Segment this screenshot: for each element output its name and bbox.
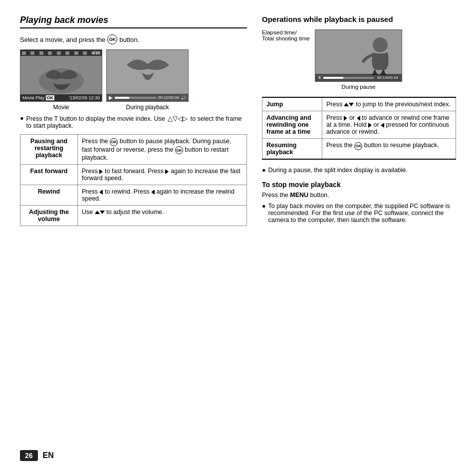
tri-down (349, 103, 354, 106)
images-row: 4/30 Movie Play OK '13/02/26 12 (20, 49, 247, 111)
menu-bold: MENU (290, 192, 308, 199)
tri-left (357, 116, 360, 121)
ok-icon-inline: OK (110, 138, 118, 146)
film-notch (48, 51, 52, 55)
ops-paused-title: Operations while playback is paused (262, 15, 456, 23)
table-term: Jump (262, 97, 322, 111)
ok-button-icon: OK (107, 34, 117, 44)
movie-image-box: 4/30 Movie Play OK '13/02/26 12 (20, 49, 102, 111)
pause-fill (323, 77, 343, 79)
table-row: Resuming playback Press the OK button to… (262, 139, 456, 160)
table-term: Pausing and restarting playback (20, 135, 78, 165)
table-row: Rewind Press to rewind. Press again to i… (20, 185, 247, 206)
table-desc: Press to rewind. Press again to increase… (78, 185, 247, 206)
paused-visual: Elapsed time/ Total shooting time (262, 29, 456, 90)
table-desc: Press the OK button to resume playback. (322, 139, 456, 160)
pause-progress-track (323, 77, 374, 79)
right-column: Operations while playback is paused Elap… (262, 15, 456, 446)
movie-image: 4/30 Movie Play OK '13/02/26 12 (20, 49, 102, 102)
table-term: Fast forward (20, 165, 78, 185)
term-label: Fast forward (30, 168, 67, 175)
pause-progress-bar: ⏸ 00:14/00:34 (315, 74, 402, 81)
play-icon: ▶ (109, 95, 113, 100)
table-desc: Press the OK button to pause playback. D… (78, 135, 247, 165)
film-notch (65, 51, 69, 55)
term-label: Rewind (38, 188, 60, 195)
page-number: 26 (20, 450, 38, 461)
table-term: Resuming playback (262, 139, 322, 160)
pause-icon: ⏸ (317, 75, 321, 80)
intro-suffix: button. (119, 36, 139, 43)
term-label: Pausing and restarting playback (30, 138, 67, 159)
bullet-icon: ● (262, 167, 266, 174)
during-pause-label: During pause (341, 84, 375, 90)
tri-left2 (151, 190, 155, 195)
bullet-note-text: During a pause, the split index display … (268, 167, 408, 174)
stop-text: Press the MENU button. (262, 192, 456, 199)
page: Playing back movies Select a movie, and … (0, 0, 476, 476)
stop-playback-title: To stop movie playback (262, 181, 456, 189)
paused-thumbnail-svg (315, 30, 402, 77)
bullet-icon: ● (262, 203, 266, 224)
tri-right2 (165, 168, 169, 175)
volume-icon: 🔊 (181, 95, 186, 100)
tri-up (344, 103, 349, 106)
svg-rect-3 (107, 50, 189, 96)
movie-index: 4/30 (91, 50, 100, 55)
progress-fill (115, 97, 129, 99)
film-notch (83, 51, 87, 55)
svg-point-5 (373, 37, 388, 52)
table-term: Adjusting the volume (20, 206, 78, 226)
intro-label: Select a movie, and press the (20, 36, 105, 43)
table-desc: Press to fast forward. Press again to in… (78, 165, 247, 185)
pause-time-badge: 00:14/00:34 (376, 75, 400, 80)
tri-right2 (368, 123, 372, 128)
table-row: Jump Press to jump to the previous/next … (262, 97, 456, 111)
paused-img-container: ⏸ 00:14/00:34 During pause (315, 29, 402, 90)
table-desc: Press or to advance or rewind one frame … (322, 111, 456, 139)
bullet-text-1: ● Press the T button to display the movi… (20, 115, 247, 129)
tri-right (344, 116, 347, 121)
table-desc: Use to adjust the volume. (78, 206, 247, 226)
film-notch (57, 51, 61, 55)
film-notch (30, 51, 34, 55)
movie-image-label: Movie (53, 104, 69, 111)
movie-date: '13/02/26 12:30 (69, 95, 100, 100)
movie-play-text: Movie Play OK (22, 95, 54, 100)
content-area: Playing back movies Select a movie, and … (20, 15, 456, 446)
left-column: Playing back movies Select a movie, and … (20, 15, 247, 446)
table-term: Advancing and rewinding one frame at a t… (262, 111, 322, 139)
progress-bar (115, 97, 156, 99)
bullet-icon: ● (20, 115, 24, 129)
stop-bullet-text: To play back movies on the computer, the… (268, 203, 456, 224)
table-desc: Press to jump to the previous/next index… (322, 97, 456, 111)
tri-down (100, 211, 105, 214)
tri-right (99, 168, 103, 175)
film-strip: 4/30 (20, 50, 102, 56)
section-title: Playing back movies (20, 15, 247, 28)
table-term: Rewind (20, 185, 78, 206)
tri-up (95, 211, 100, 214)
playback-image-box: ▶ 00:12/00:34 🔊 During playback (106, 49, 189, 111)
table-row: Fast forward Press to fast forward. Pres… (20, 165, 247, 185)
film-notch (74, 51, 78, 55)
paused-image: ⏸ 00:14/00:34 (315, 29, 402, 82)
table-row: Advancing and rewinding one frame at a t… (262, 111, 456, 139)
bullet-content: Press the T button to display the movie … (26, 115, 247, 129)
operations-table: Pausing and restarting playback Press th… (20, 134, 247, 226)
tri-left2 (381, 123, 384, 128)
stop-bullet: ● To play back movies on the computer, t… (262, 203, 456, 224)
movie-label-bar: Movie Play OK '13/02/26 12:30 (20, 94, 102, 101)
film-notch (39, 51, 43, 55)
right-ops-table: Jump Press to jump to the previous/next … (262, 97, 456, 160)
playback-thumbnail-svg (107, 50, 189, 96)
ok-icon-resume: OK (354, 142, 362, 150)
playback-bar: ▶ 00:12/00:34 🔊 (107, 94, 188, 101)
language-label: EN (43, 451, 54, 460)
playback-image: ▶ 00:12/00:34 🔊 (106, 49, 189, 102)
svg-rect-4 (315, 30, 402, 77)
term-label: Adjusting the volume (29, 209, 69, 223)
table-row: Adjusting the volume Use to adjust the v… (20, 206, 247, 226)
intro-text: Select a movie, and press the OK button. (20, 34, 247, 44)
footer: 26 EN (20, 446, 456, 461)
